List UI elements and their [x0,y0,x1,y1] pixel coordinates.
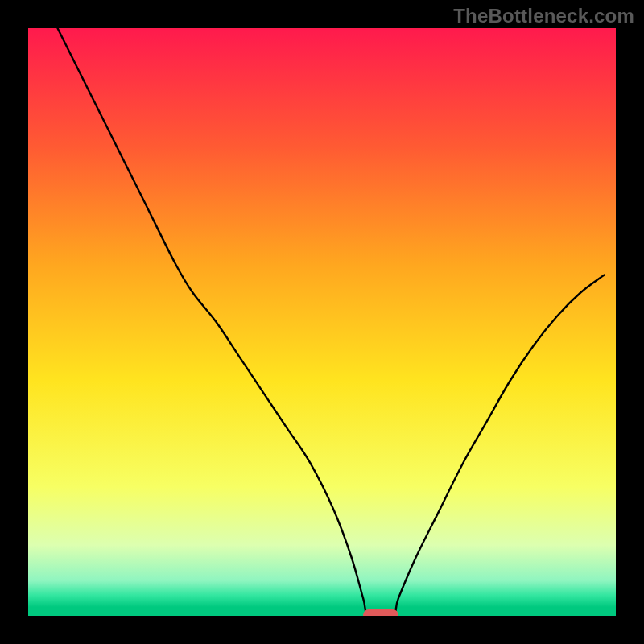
gradient-background [28,28,616,616]
plot-area [28,28,616,616]
optimal-range-marker [363,609,398,616]
chart-stage: TheBottleneck.com [0,0,644,644]
bottleneck-chart [28,28,616,616]
watermark-text: TheBottleneck.com [453,5,634,27]
